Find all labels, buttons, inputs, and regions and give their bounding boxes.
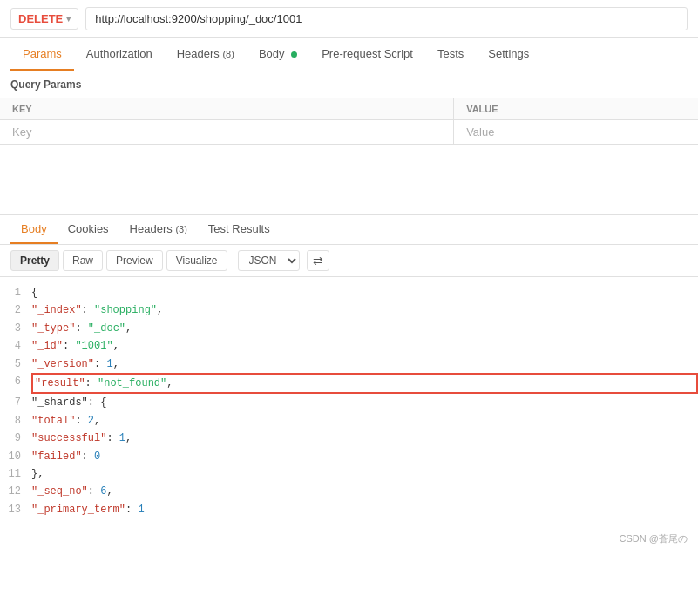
body-dot	[291, 51, 297, 58]
key-column-header: KEY	[0, 98, 454, 120]
request-tabs: Params Authorization Headers (8) Body Pr…	[0, 38, 698, 71]
code-line: 9"successful": 1,	[0, 430, 698, 447]
line-content: "_id": "1001",	[31, 337, 698, 355]
tab-headers[interactable]: Headers (8)	[165, 38, 247, 71]
code-line: 4"_id": "1001",	[0, 337, 698, 355]
response-tab-test-results[interactable]: Test Results	[198, 215, 281, 244]
line-content: "_version": 1,	[31, 355, 698, 373]
line-content: },	[31, 465, 698, 483]
tab-prerequest[interactable]: Pre-request Script	[309, 38, 425, 71]
tab-tests[interactable]: Tests	[425, 38, 476, 71]
line-number: 11	[0, 465, 31, 483]
line-content: "_seq_no": 6,	[31, 483, 698, 500]
line-content: "failed": 0	[31, 448, 698, 465]
code-line: 10"failed": 0	[0, 448, 698, 465]
code-area: 1{2"_index": "shopping",3"_type": "_doc"…	[0, 277, 698, 525]
line-content: "result": "not_found",	[31, 373, 698, 394]
line-number: 7	[0, 394, 31, 411]
response-tab-cookies[interactable]: Cookies	[58, 215, 119, 244]
code-line: 1{	[0, 284, 698, 301]
code-line: 12"_seq_no": 6,	[0, 483, 698, 500]
code-line: 5"_version": 1,	[0, 355, 698, 373]
line-content: "total": 2,	[31, 412, 698, 430]
response-tabs: Body Cookies Headers (3) Test Results	[0, 215, 698, 245]
tab-params[interactable]: Params	[10, 38, 74, 71]
line-number: 8	[0, 412, 31, 430]
line-number: 4	[0, 337, 31, 355]
tab-settings[interactable]: Settings	[476, 38, 541, 71]
code-line: 2"_index": "shopping",	[0, 301, 698, 319]
format-select[interactable]: JSON	[238, 250, 300, 271]
response-toolbar: Pretty Raw Preview Visualize JSON ⇄	[0, 245, 698, 277]
query-params-header: Query Params	[0, 71, 698, 98]
visualize-button[interactable]: Visualize	[166, 250, 227, 271]
line-number: 10	[0, 448, 31, 465]
code-line: 13"_primary_term": 1	[0, 501, 698, 518]
value-placeholder[interactable]: Value	[454, 120, 698, 145]
method-chevron-icon: ▾	[66, 14, 71, 24]
method-label: DELETE	[18, 12, 63, 25]
response-tab-body[interactable]: Body	[10, 215, 58, 244]
response-area: Body Cookies Headers (3) Test Results Pr…	[0, 214, 698, 552]
wrap-icon[interactable]: ⇄	[307, 250, 329, 271]
value-column-header: VALUE	[454, 98, 698, 120]
code-line: 11},	[0, 465, 698, 483]
line-content: {	[31, 284, 698, 301]
method-select[interactable]: DELETE ▾	[10, 8, 78, 30]
line-content: "_shards": {	[31, 394, 698, 411]
preview-button[interactable]: Preview	[106, 250, 163, 271]
line-content: "_index": "shopping",	[31, 301, 698, 319]
pretty-button[interactable]: Pretty	[10, 250, 59, 271]
line-content: "_type": "_doc",	[31, 320, 698, 337]
tab-body[interactable]: Body	[247, 38, 309, 71]
params-empty-row: Key Value	[0, 120, 698, 145]
line-number: 5	[0, 355, 31, 373]
line-number: 9	[0, 430, 31, 447]
line-content: "successful": 1,	[31, 430, 698, 447]
watermark: CSDN @蒼尾の	[0, 525, 698, 552]
line-number: 12	[0, 483, 31, 500]
code-line: 6"result": "not_found",	[0, 373, 698, 394]
line-content: "_primary_term": 1	[31, 501, 698, 518]
line-number: 2	[0, 301, 31, 319]
code-line: 7"_shards": {	[0, 394, 698, 411]
top-bar: DELETE ▾	[0, 0, 698, 38]
line-number: 6	[0, 373, 31, 390]
line-number: 3	[0, 320, 31, 337]
code-line: 3"_type": "_doc",	[0, 320, 698, 337]
response-tab-headers[interactable]: Headers (3)	[119, 215, 198, 244]
raw-button[interactable]: Raw	[63, 250, 103, 271]
line-number: 1	[0, 284, 31, 301]
code-line: 8"total": 2,	[0, 412, 698, 430]
url-input[interactable]	[85, 7, 688, 30]
line-number: 13	[0, 501, 31, 518]
key-placeholder[interactable]: Key	[0, 120, 454, 145]
params-table: KEY VALUE Key Value	[0, 98, 698, 145]
tab-authorization[interactable]: Authorization	[74, 38, 165, 71]
